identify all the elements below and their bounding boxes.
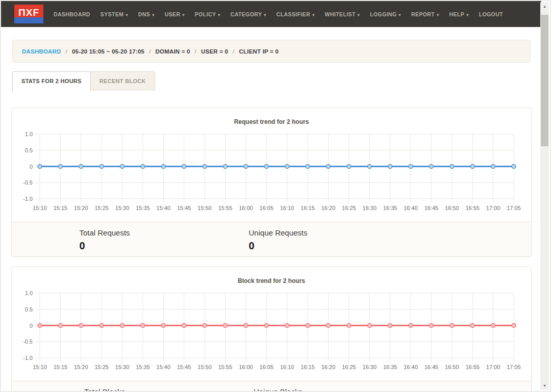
nav-item-help[interactable]: HELP▾ — [444, 7, 474, 21]
nav-item-dns[interactable]: DNS▾ — [133, 7, 160, 21]
block-trend-for-2-hours-chart: 1.00.50-0.5-1.015:1015:1515:2015:2515:30… — [15, 289, 528, 372]
breadcrumb-separator: / — [233, 48, 234, 55]
nav-item-dashboard[interactable]: DASHBOARD — [48, 7, 95, 21]
nav-item-label: DNS — [138, 11, 150, 17]
svg-text:0.5: 0.5 — [25, 147, 33, 153]
nav-item-user[interactable]: USER▾ — [160, 7, 190, 21]
chevron-down-icon: ▾ — [264, 13, 266, 17]
breadcrumb-separator: / — [149, 48, 151, 55]
nav-item-category[interactable]: CATEGORY▾ — [226, 7, 271, 21]
svg-text:16:35: 16:35 — [383, 205, 397, 211]
breadcrumb-item: USER = 0 — [201, 48, 228, 55]
stat-label: Unique Blocks — [254, 387, 303, 391]
stat-label: Unique Requests — [248, 228, 307, 238]
app-logo[interactable]: ΠXF — [14, 5, 43, 23]
svg-text:17:00: 17:00 — [486, 364, 500, 370]
svg-text:16:40: 16:40 — [404, 364, 418, 370]
svg-text:15:10: 15:10 — [33, 205, 47, 211]
scroll-down-icon[interactable]: ▼ — [540, 381, 549, 390]
stat-cell-total-requests: Total Requests0 — [18, 228, 191, 252]
svg-text:16:35: 16:35 — [383, 364, 397, 370]
svg-text:16:00: 16:00 — [239, 364, 253, 370]
scroll-up-icon[interactable]: ▲ — [540, 2, 549, 11]
svg-text:15:20: 15:20 — [74, 205, 88, 211]
breadcrumb-segments: /05-20 15:05 ~ 05-20 17:05/DOMAIN = 0/US… — [61, 48, 279, 55]
svg-text:15:25: 15:25 — [94, 205, 109, 211]
svg-text:-1.0: -1.0 — [23, 196, 33, 202]
svg-text:17:00: 17:00 — [486, 205, 500, 211]
svg-text:15:40: 15:40 — [157, 364, 171, 370]
svg-text:17:05: 17:05 — [507, 364, 521, 370]
nav-item-logging[interactable]: LOGGING▾ — [365, 7, 406, 21]
svg-text:0: 0 — [30, 164, 33, 170]
svg-text:15:30: 15:30 — [115, 364, 130, 370]
svg-text:16:05: 16:05 — [260, 205, 274, 211]
cards: Request trend for 2 hours1.00.50-0.5-1.0… — [11, 108, 532, 391]
breadcrumb-item: DOMAIN = 0 — [156, 48, 190, 55]
tab-recent-block[interactable]: RECENT BLOCK — [90, 71, 155, 90]
svg-text:16:20: 16:20 — [321, 205, 336, 211]
svg-text:0.5: 0.5 — [25, 306, 33, 312]
stat-cell-total-blocks: Total Blocks — [18, 387, 191, 391]
nav-item-label: CATEGORY — [231, 11, 262, 17]
nav-item-system[interactable]: SYSTEM▾ — [95, 7, 133, 21]
chart-title: Request trend for 2 hours — [12, 118, 531, 126]
svg-text:16:15: 16:15 — [300, 364, 315, 370]
svg-text:16:10: 16:10 — [280, 205, 294, 211]
nav-item-report[interactable]: REPORT▾ — [406, 7, 444, 21]
chart-title: Block trend for 2 hours — [12, 277, 531, 285]
request-trend-for-2-hours-chart: 1.00.50-0.5-1.015:1015:1515:2015:2515:30… — [15, 130, 528, 213]
svg-text:15:25: 15:25 — [94, 364, 109, 370]
svg-text:16:45: 16:45 — [424, 364, 439, 370]
breadcrumb-dashboard-link[interactable]: DASHBOARD — [22, 48, 61, 55]
nav-item-label: SYSTEM — [101, 11, 124, 17]
svg-text:16:25: 16:25 — [342, 205, 356, 211]
svg-text:-1.0: -1.0 — [23, 355, 33, 361]
nav-item-label: HELP — [449, 11, 465, 17]
vertical-scrollbar[interactable]: ▲ ▼ — [540, 2, 549, 390]
nav-item-label: REPORT — [411, 11, 435, 17]
svg-text:16:55: 16:55 — [465, 364, 480, 370]
svg-text:16:50: 16:50 — [445, 364, 459, 370]
nav-item-logout[interactable]: LOGOUT — [474, 7, 508, 21]
stat-cell-unique-requests: Unique Requests0 — [191, 228, 365, 252]
svg-text:15:55: 15:55 — [218, 205, 233, 211]
chevron-down-icon: ▾ — [218, 13, 220, 17]
nav-menu: DASHBOARDSYSTEM▾DNS▾USER▾POLICY▾CATEGORY… — [48, 7, 508, 21]
breadcrumb: DASHBOARD /05-20 15:05 ~ 05-20 17:05/DOM… — [12, 40, 531, 63]
tab-stats-for-2-hours[interactable]: STATS FOR 2 HOURS — [12, 71, 91, 92]
svg-text:16:20: 16:20 — [321, 364, 336, 370]
nav-item-classifier[interactable]: CLASSIFIER▾ — [271, 7, 320, 21]
nav-item-label: USER — [165, 11, 181, 17]
nav-item-whitelist[interactable]: WHITELIST▾ — [320, 7, 365, 21]
nav-item-label: LOGOUT — [479, 11, 503, 17]
breadcrumb-item: 05-20 15:05 ~ 05-20 17:05 — [72, 48, 144, 55]
chevron-down-icon: ▾ — [437, 13, 439, 17]
svg-text:15:50: 15:50 — [197, 364, 212, 370]
nav-item-label: POLICY — [195, 11, 216, 17]
chevron-down-icon: ▾ — [399, 13, 401, 17]
svg-text:16:50: 16:50 — [445, 205, 459, 211]
chevron-down-icon: ▾ — [358, 13, 360, 17]
nav-item-label: DASHBOARD — [54, 11, 90, 17]
svg-text:16:30: 16:30 — [363, 364, 377, 370]
svg-text:16:10: 16:10 — [280, 364, 294, 370]
nav-item-label: LOGGING — [370, 11, 396, 17]
chevron-down-icon: ▾ — [126, 13, 128, 17]
svg-text:1.0: 1.0 — [25, 131, 33, 137]
nav-item-policy[interactable]: POLICY▾ — [190, 7, 226, 21]
stats-row: Total Requests0Unique Requests0 — [12, 222, 531, 256]
svg-text:15:15: 15:15 — [54, 205, 68, 211]
chevron-down-icon: ▾ — [466, 13, 468, 17]
stat-cell-unique-blocks: Unique Blocks — [191, 387, 365, 391]
svg-text:16:25: 16:25 — [342, 364, 356, 370]
scrollbar-thumb[interactable] — [541, 15, 548, 146]
stat-value: 0 — [79, 240, 130, 252]
top-navbar: ΠXF DASHBOARDSYSTEM▾DNS▾USER▾POLICY▾CATE… — [1, 1, 541, 27]
block-trend-for-2-hours-card: Block trend for 2 hours1.00.50-0.5-1.015… — [11, 267, 532, 391]
svg-text:15:45: 15:45 — [177, 205, 191, 211]
svg-text:16:45: 16:45 — [424, 205, 439, 211]
svg-text:16:30: 16:30 — [363, 205, 377, 211]
browser-window: ΠXF DASHBOARDSYSTEM▾DNS▾USER▾POLICY▾CATE… — [0, 0, 551, 392]
page: ΠXF DASHBOARDSYSTEM▾DNS▾USER▾POLICY▾CATE… — [1, 1, 541, 391]
